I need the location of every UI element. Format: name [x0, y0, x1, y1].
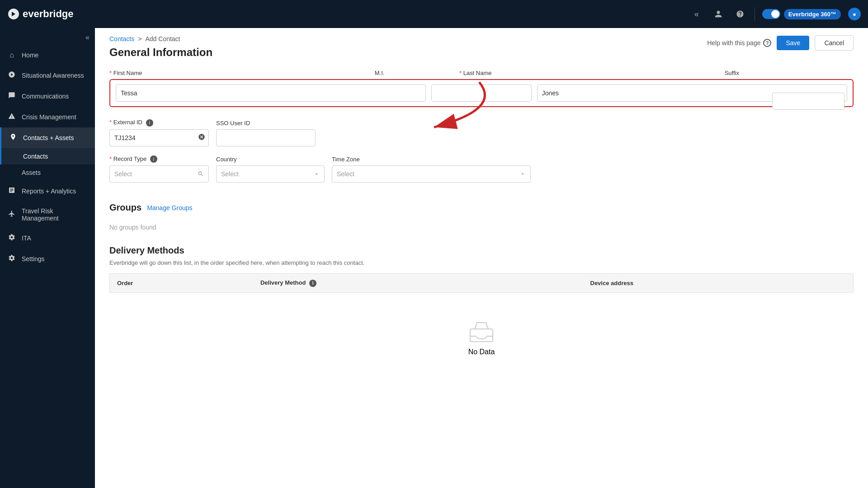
navbar-divider — [755, 7, 755, 21]
communications-icon — [7, 92, 16, 101]
sidebar-collapse-area: « — [0, 32, 95, 45]
external-id-clear-button[interactable] — [198, 133, 205, 142]
breadcrumb: Contacts > Add Contact — [109, 35, 212, 42]
delivery-methods-subtitle: Everbridge will go down this list, in th… — [109, 259, 854, 266]
sidebar-item-contacts[interactable]: Contacts — [0, 148, 95, 164]
breadcrumb-parent-link[interactable]: Contacts — [109, 35, 134, 42]
country-group: Country Select — [216, 156, 325, 183]
sidebar: « ⌂ Home Situational Awareness Communica… — [0, 28, 95, 488]
sidebar-item-communications[interactable]: Communications — [0, 86, 95, 107]
crisis-management-icon — [7, 113, 16, 122]
groups-header: Groups Manage Groups — [109, 202, 854, 213]
external-id-group: * External ID i — [109, 119, 209, 146]
delivery-method-column-header: Delivery Method i — [253, 274, 583, 293]
record-type-select-wrapper: Select — [109, 165, 209, 183]
header-actions: Help with this page ? Save Cancel — [707, 35, 854, 51]
mi-label: M.I. — [375, 70, 452, 76]
no-groups-text: No groups found — [109, 220, 854, 235]
sidebar-item-assets-label: Assets — [22, 169, 41, 176]
sso-user-id-input[interactable] — [216, 129, 316, 146]
user-profile-button[interactable] — [711, 7, 726, 21]
brand: everbridge — [7, 8, 74, 20]
breadcrumb-separator: > — [138, 35, 142, 42]
last-name-group: * Last Name — [459, 70, 717, 76]
record-type-label: * Record Type i — [109, 155, 209, 163]
external-id-input-wrapper — [109, 129, 209, 146]
general-information-form: * First Name M.I. * Last Name Suffix — [95, 59, 868, 202]
external-id-input[interactable] — [109, 129, 209, 146]
name-fields-highlight — [109, 79, 854, 107]
time-zone-placeholder: Select — [337, 170, 354, 178]
delivery-methods-table: Order Delivery Method i Device address — [109, 273, 854, 293]
help-with-page-link[interactable]: Help with this page ? — [707, 39, 771, 47]
first-name-label: * First Name — [109, 70, 368, 76]
external-id-info-icon[interactable]: i — [146, 119, 153, 127]
country-label: Country — [216, 156, 325, 163]
toggle-track[interactable] — [762, 9, 780, 19]
sidebar-item-home[interactable]: ⌂ Home — [0, 45, 95, 65]
suffix-input[interactable] — [772, 93, 844, 110]
suffix-group: Suffix — [725, 70, 854, 76]
time-zone-select[interactable]: Select — [332, 165, 531, 183]
sidebar-item-contacts-label: Contacts — [23, 153, 48, 160]
sidebar-item-reports-analytics[interactable]: Reports + Analytics — [0, 181, 95, 202]
help-with-page-text: Help with this page — [707, 39, 760, 47]
record-type-select[interactable]: Select — [109, 165, 209, 183]
help-circle-icon: ? — [763, 39, 771, 47]
country-select[interactable]: Select — [216, 165, 325, 183]
time-zone-label: Time Zone — [332, 156, 531, 163]
sso-user-id-group: SSO User ID — [216, 120, 316, 146]
order-column-header: Order — [110, 274, 253, 293]
first-name-group: * First Name — [109, 70, 368, 76]
cancel-button[interactable]: Cancel — [815, 35, 854, 51]
collapse-nav-button[interactable]: « — [689, 7, 704, 21]
travel-risk-icon — [7, 210, 16, 219]
circle-button[interactable]: ● — [848, 8, 861, 20]
ita-icon — [7, 234, 16, 243]
toggle-switch[interactable]: Everbridge 360™ — [762, 9, 841, 19]
no-data-icon — [468, 320, 495, 343]
mi-input[interactable] — [431, 84, 531, 102]
svg-rect-1 — [470, 329, 493, 342]
toggle-thumb — [771, 10, 779, 18]
sidebar-item-home-label: Home — [22, 52, 38, 59]
sidebar-item-crisis-management[interactable]: Crisis Management — [0, 107, 95, 127]
sidebar-item-ita[interactable]: ITA — [0, 228, 95, 249]
delivery-no-data: No Data — [109, 293, 854, 383]
time-zone-group: Time Zone Select — [332, 156, 531, 183]
record-type-info-icon[interactable]: i — [150, 155, 157, 163]
everbridge360-label: Everbridge 360™ — [784, 9, 841, 19]
reports-analytics-icon — [7, 187, 16, 196]
sidebar-collapse-icon[interactable]: « — [85, 33, 90, 42]
page-title: General Information — [109, 46, 212, 59]
sidebar-item-settings[interactable]: Settings — [0, 249, 95, 269]
sidebar-item-ita-label: ITA — [22, 235, 31, 242]
last-name-label: * Last Name — [459, 70, 717, 76]
sidebar-item-contacts-assets[interactable]: Contacts + Assets — [0, 127, 95, 148]
main-layout: « ⌂ Home Situational Awareness Communica… — [0, 28, 868, 488]
sidebar-item-situational-awareness[interactable]: Situational Awareness — [0, 65, 95, 86]
sidebar-item-contacts-assets-label: Contacts + Assets — [23, 134, 74, 141]
mi-group: M.I. — [375, 70, 452, 76]
delivery-method-info-icon[interactable]: i — [309, 280, 316, 287]
page-header-left: Contacts > Add Contact General Informati… — [109, 35, 212, 59]
delivery-methods-title: Delivery Methods — [109, 245, 854, 256]
delivery-methods-section: Delivery Methods Everbridge will go down… — [95, 245, 868, 394]
manage-groups-link[interactable]: Manage Groups — [147, 204, 192, 211]
navbar-right: « Everbridge 360™ ● — [689, 7, 861, 21]
save-button[interactable]: Save — [777, 36, 809, 50]
device-address-column-header: Device address — [583, 274, 854, 293]
groups-title: Groups — [109, 202, 142, 213]
sidebar-item-travel-risk[interactable]: Travel Risk Management — [0, 202, 95, 228]
no-data-label: No Data — [468, 348, 495, 356]
contacts-assets-icon — [9, 133, 18, 142]
external-id-label: * External ID i — [109, 119, 209, 127]
sidebar-item-assets[interactable]: Assets — [0, 164, 95, 181]
first-name-input[interactable] — [116, 84, 426, 102]
top-navbar: everbridge « Everbridge 360™ ● — [0, 0, 868, 28]
home-icon: ⌂ — [7, 51, 16, 59]
sidebar-item-communications-label: Communications — [22, 93, 69, 100]
sidebar-item-crisis-management-label: Crisis Management — [22, 113, 76, 121]
help-button[interactable] — [733, 7, 747, 21]
app-logo: everbridge — [7, 8, 74, 20]
